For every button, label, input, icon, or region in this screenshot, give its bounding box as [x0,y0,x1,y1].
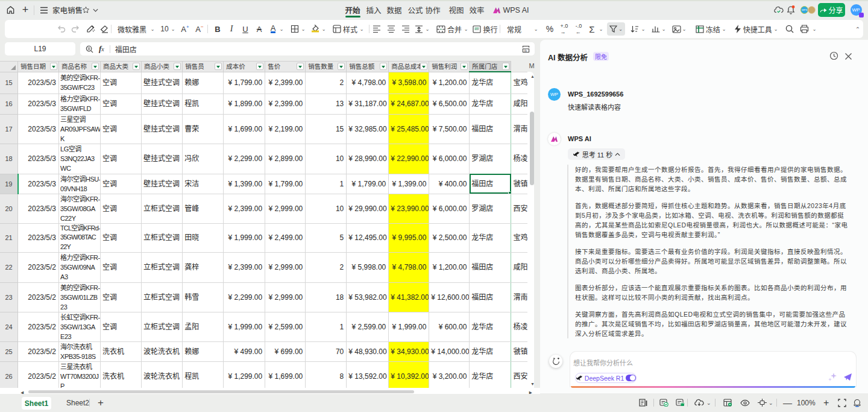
svg-text:fx: fx [524,48,527,52]
